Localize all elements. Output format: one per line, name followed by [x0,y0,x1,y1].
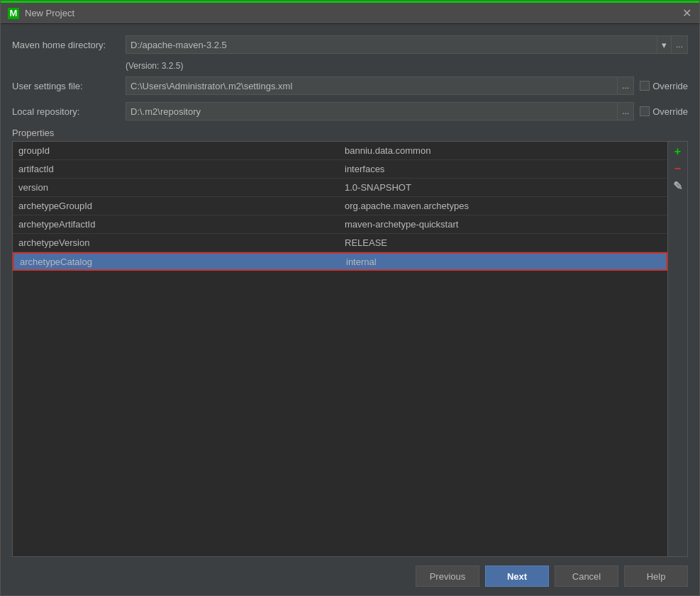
maven-home-input-group: ▾ ... [126,35,688,54]
maven-version-text: (Version: 3.2.5) [126,61,688,71]
user-settings-input[interactable] [126,77,618,95]
local-repo-override-label: Override [652,106,688,117]
user-settings-override-group: Override [640,81,688,91]
property-key: groupId [13,144,339,157]
edit-property-btn[interactable]: ✎ [671,179,685,193]
button-row: Previous Next Cancel Help [12,557,688,587]
user-settings-override-label: Override [652,81,688,91]
table-row[interactable]: archetypeVersionRELEASE [13,234,667,252]
close-button[interactable]: ✕ [681,8,692,19]
property-key: archetypeCatalog [14,255,340,269]
property-value: interfaces [339,162,667,176]
window-title: New Project [25,8,681,18]
local-repo-input-group: ... [126,102,634,120]
properties-section: Properties groupIdbanniu.data.commonarti… [12,128,688,557]
table-row[interactable]: archetypeCataloginternal [13,252,667,271]
user-settings-row: User settings file: ... Override [12,77,688,95]
local-repo-input[interactable] [126,102,618,120]
maven-home-row: Maven home directory: ▾ ... [12,35,688,54]
maven-home-label: Maven home directory: [12,40,126,50]
table-row[interactable]: groupIdbanniu.data.common [13,142,667,160]
property-key: archetypeArtifactId [13,218,339,231]
table-row[interactable]: archetypeArtifactIdmaven-archetype-quick… [13,215,667,234]
property-value: internal [340,255,666,269]
user-settings-label: User settings file: [12,81,126,91]
next-button[interactable]: Next [485,566,549,587]
local-repo-label: Local repository: [12,106,126,117]
property-value: 1.0-SNAPSHOT [339,181,667,194]
property-key: version [13,181,339,194]
dialog-content: Maven home directory: ▾ ... (Version: 3.… [1,24,699,595]
previous-button[interactable]: Previous [416,566,479,587]
local-repo-override-checkbox[interactable] [640,106,650,116]
table-row[interactable]: archetypeGroupIdorg.apache.maven.archety… [13,197,667,215]
user-settings-override-checkbox[interactable] [640,81,650,91]
help-button[interactable]: Help [624,566,688,587]
table-actions: + − ✎ [667,142,687,556]
property-value: RELEASE [339,236,667,249]
remove-property-btn[interactable]: − [671,162,685,176]
new-project-dialog: M New Project ✕ Maven home directory: ▾ … [0,0,700,596]
property-value: org.apache.maven.archetypes [339,199,667,213]
table-row[interactable]: version1.0-SNAPSHOT [13,179,667,197]
property-key: archetypeGroupId [13,199,339,213]
table-row[interactable]: artifactIdinterfaces [13,160,667,179]
local-repo-browse-btn[interactable]: ... [618,102,634,120]
title-bar: M New Project ✕ [1,3,699,24]
window-icon: M [8,8,19,19]
maven-home-dropdown-btn[interactable]: ▾ [657,35,672,54]
property-key: archetypeVersion [13,236,339,249]
user-settings-input-group: ... [126,77,634,95]
maven-home-browse-btn[interactable]: ... [672,35,688,54]
cancel-button[interactable]: Cancel [555,566,618,587]
user-settings-browse-btn[interactable]: ... [618,77,634,95]
local-repo-row: Local repository: ... Override [12,102,688,120]
properties-table-container: groupIdbanniu.data.commonartifactIdinter… [12,141,688,557]
property-key: artifactId [13,162,339,176]
local-repo-override-group: Override [640,106,688,117]
maven-home-input[interactable] [126,35,657,54]
properties-table: groupIdbanniu.data.commonartifactIdinter… [13,142,667,556]
add-property-btn[interactable]: + [671,145,685,159]
property-value: maven-archetype-quickstart [339,218,667,231]
property-value: banniu.data.common [339,144,667,157]
properties-title: Properties [12,128,688,138]
